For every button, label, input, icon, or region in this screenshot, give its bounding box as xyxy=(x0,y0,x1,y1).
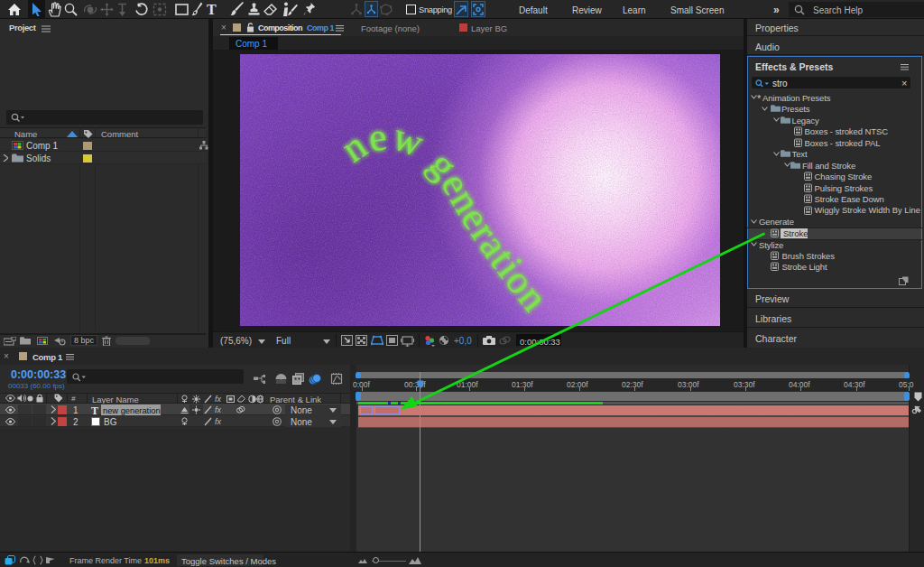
svg-text:fx: fx xyxy=(215,395,222,404)
svg-text:fx: fx xyxy=(215,405,222,414)
svg-text:fx: fx xyxy=(215,417,222,426)
